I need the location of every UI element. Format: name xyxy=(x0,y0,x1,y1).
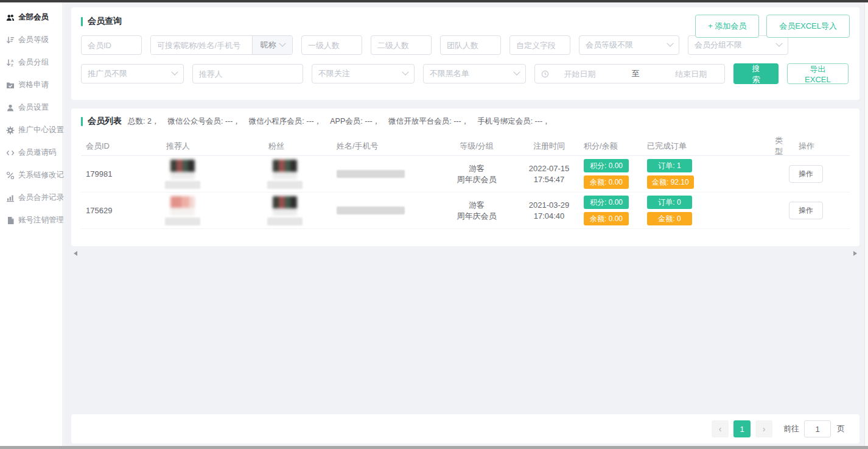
keyword-search-input[interactable] xyxy=(151,36,252,54)
top-actions: + 添加会员 会员EXCEL导入 xyxy=(695,15,850,38)
prev-page-button[interactable]: ‹ xyxy=(712,420,729,437)
amount-badge: 金额: 0 xyxy=(647,212,692,225)
col-action: 操作 xyxy=(784,141,850,152)
col-fans: 粉丝 xyxy=(247,141,332,152)
sidebar-item-qualification[interactable]: 资格申请 xyxy=(0,74,63,96)
table-row: 175629 游客 周年庆会员 2021-03-29 17:04:40 积分: … xyxy=(81,193,850,229)
scroll-left-icon[interactable] xyxy=(74,251,77,256)
cell-points-balance: 积分: 0.00 余额: 0.00 xyxy=(584,159,642,189)
redacted-name-phone xyxy=(337,207,405,214)
sidebar-item-member-group[interactable]: AZ 会员分组 xyxy=(0,51,63,74)
sidebar-item-label: 资格申请 xyxy=(18,80,49,90)
scroll-right-icon[interactable] xyxy=(853,251,857,256)
excel-import-button[interactable]: 会员EXCEL导入 xyxy=(766,15,850,38)
row-action-button[interactable]: 操作 xyxy=(789,202,823,219)
goto-page-input[interactable] xyxy=(804,420,831,437)
users-icon xyxy=(6,13,15,22)
orders-badge: 订单: 0 xyxy=(647,196,692,209)
level1-count-input[interactable] xyxy=(301,35,362,55)
table-row: 179981 游客 周年庆会员 2022-07-15 17:54:47 积分: … xyxy=(81,156,850,193)
sidebar-item-label: 会员合并记录 xyxy=(18,193,64,203)
col-points-balance: 积分/余额 xyxy=(579,141,642,152)
col-register-time: 注册时间 xyxy=(519,141,579,152)
member-group-select[interactable]: 会员分组不限 xyxy=(688,35,788,55)
vertical-scrollbar-track[interactable] xyxy=(864,2,868,446)
referrer-input[interactable] xyxy=(192,64,303,83)
page-unit-label: 页 xyxy=(837,423,845,434)
points-badge: 积分: 0.00 xyxy=(584,159,629,172)
query-form-row-1: 昵称 会员等级不限 会员分组不限 xyxy=(81,35,849,55)
cell-member-id: 179981 xyxy=(81,169,144,179)
chevron-down-icon xyxy=(667,40,673,47)
blacklist-select[interactable]: 不限黑名单 xyxy=(423,64,526,83)
cell-register-time: 2022-07-15 17:54:47 xyxy=(519,163,579,185)
stat-app: APP会员: ---， xyxy=(330,116,380,127)
clock-icon xyxy=(541,70,549,78)
next-page-button[interactable]: › xyxy=(755,420,772,437)
sidebar-item-invite-code[interactable]: 会员邀请码 xyxy=(0,141,63,164)
current-page-button[interactable]: 1 xyxy=(733,420,751,437)
window-bottom-bar xyxy=(0,446,868,449)
title-accent-bar xyxy=(81,117,83,126)
member-id-input[interactable] xyxy=(81,35,142,55)
sidebar: 全部会员 会员等级 AZ 会员分组 资格申请 会员设置 推广中心设置 会员邀请码… xyxy=(0,2,63,446)
custom-field-input[interactable] xyxy=(509,35,570,55)
export-excel-button[interactable]: 导出EXCEL xyxy=(787,63,849,84)
cell-member-id: 175629 xyxy=(81,206,144,215)
sidebar-item-promotion-settings[interactable]: 推广中心设置 xyxy=(0,119,63,141)
redacted-nickname xyxy=(165,181,200,189)
col-level-group: 等级/分组 xyxy=(434,141,519,152)
list-title: 会员列表 xyxy=(81,116,122,127)
member-stats: 总数: 2， 微信公众号会员: ---， 微信小程序会员: ---， APP会员… xyxy=(128,116,550,127)
sidebar-item-merge-log[interactable]: 会员合并记录 xyxy=(0,186,63,209)
search-type-select[interactable]: 昵称 xyxy=(252,36,292,54)
promoter-select[interactable]: 推广员不限 xyxy=(81,64,184,83)
svg-text:Z: Z xyxy=(11,63,13,67)
end-date-input[interactable] xyxy=(663,69,718,79)
member-level-select[interactable]: 会员等级不限 xyxy=(579,35,679,55)
user-icon xyxy=(6,104,15,112)
row-action-button[interactable]: 操作 xyxy=(789,165,823,183)
chevron-down-icon xyxy=(402,69,408,76)
cell-completed-orders: 订单: 0 金额: 0 xyxy=(647,196,738,225)
goto-label: 前往 xyxy=(783,423,799,434)
sidebar-item-account-cancel[interactable]: 账号注销管理 xyxy=(0,209,63,232)
folder-check-icon xyxy=(6,81,15,90)
query-form-row-2: 推广员不限 不限关注 不限黑名单 至 搜索 导出EXCEL xyxy=(81,63,849,84)
cell-level-group: 游客 周年庆会员 xyxy=(434,163,519,185)
team-count-input[interactable] xyxy=(440,35,501,55)
col-completed-orders: 已完成订单 xyxy=(642,141,738,152)
chevron-down-icon xyxy=(171,69,178,76)
svg-text:A: A xyxy=(11,59,14,63)
file-icon xyxy=(6,216,15,225)
sort-alpha-icon: AZ xyxy=(6,58,15,67)
chevron-down-icon xyxy=(775,40,782,47)
sidebar-item-label: 会员邀请码 xyxy=(18,147,57,158)
chevron-down-icon xyxy=(279,40,285,47)
sidebar-item-member-level[interactable]: 会员等级 xyxy=(0,29,63,51)
level2-count-input[interactable] xyxy=(371,35,432,55)
sidebar-item-member-settings[interactable]: 会员设置 xyxy=(0,96,63,119)
cell-register-time: 2021-03-29 17:04:40 xyxy=(519,200,579,222)
start-date-input[interactable] xyxy=(553,69,607,79)
stat-open-platform: 微信开放平台会员: ---， xyxy=(388,116,469,127)
avatar xyxy=(273,160,297,179)
sort-level-icon xyxy=(6,36,15,44)
member-list-panel: 会员列表 总数: 2， 微信公众号会员: ---， 微信小程序会员: ---， … xyxy=(71,108,859,246)
referrer-cell xyxy=(161,196,204,225)
follow-select[interactable]: 不限关注 xyxy=(312,64,415,83)
bar-chart-icon xyxy=(6,194,15,202)
search-button[interactable]: 搜索 xyxy=(733,63,778,84)
balance-badge: 余额: 0.00 xyxy=(584,175,629,189)
sidebar-item-label: 推广中心设置 xyxy=(18,125,64,135)
stat-phone-bound: 手机号绑定会员: ---， xyxy=(477,116,550,127)
keyword-search-group: 昵称 xyxy=(150,35,293,55)
sidebar-item-relation-log[interactable]: 关系链修改记录 xyxy=(0,164,63,186)
cell-points-balance: 积分: 0.00 余额: 0.00 xyxy=(584,196,642,225)
register-date-range[interactable]: 至 xyxy=(534,64,726,83)
col-type: 类型 xyxy=(738,135,784,157)
title-accent-bar xyxy=(81,17,83,26)
add-member-button[interactable]: + 添加会员 xyxy=(695,15,759,38)
sidebar-item-all-members[interactable]: 全部会员 xyxy=(0,6,63,29)
amount-badge: 金额: 92.10 xyxy=(647,175,694,189)
